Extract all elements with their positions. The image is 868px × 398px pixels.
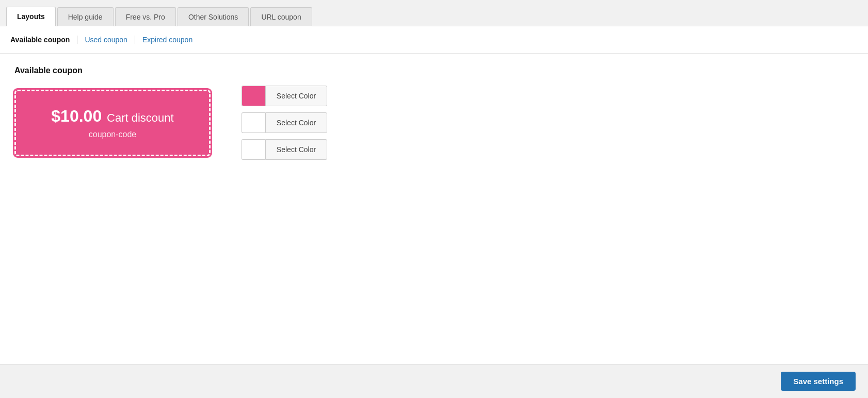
select-color-button-1[interactable]: Select Color (265, 86, 327, 106)
tab-layouts[interactable]: Layouts (6, 7, 56, 26)
tab-other-solutions[interactable]: Other Solutions (178, 7, 249, 26)
tab-free-vs-pro[interactable]: Free vs. Pro (115, 7, 176, 26)
coupon-amount: $10.00 (51, 107, 102, 125)
coupon-line1: $10.00 Cart discount (51, 107, 173, 126)
coupon-code: coupon-code (89, 130, 137, 139)
sub-tab-divider-1 (77, 36, 77, 44)
section-title: Available coupon (14, 66, 854, 75)
footer-bar: Save settings (0, 364, 868, 398)
coupon-preview: $10.00 Cart discount coupon-code (14, 90, 211, 156)
sub-tab-divider-2 (135, 36, 135, 44)
coupon-row: $10.00 Cart discount coupon-code Select … (14, 86, 854, 160)
sub-tabs-bar: Available coupon Used coupon Expired cou… (0, 26, 868, 54)
sub-tab-available-coupon[interactable]: Available coupon (10, 35, 70, 45)
color-picker-row-2: Select Color (242, 112, 327, 133)
color-picker-row-3: Select Color (242, 139, 327, 160)
save-settings-button[interactable]: Save settings (781, 372, 856, 391)
sub-tab-used-coupon[interactable]: Used coupon (85, 35, 127, 45)
color-swatch-2[interactable] (242, 112, 265, 133)
select-color-button-2[interactable]: Select Color (265, 112, 327, 133)
sub-tab-expired-coupon[interactable]: Expired coupon (142, 35, 192, 45)
select-color-button-3[interactable]: Select Color (265, 139, 327, 160)
tab-help-guide[interactable]: Help guide (57, 7, 114, 26)
color-swatch-3[interactable] (242, 139, 265, 160)
tab-url-coupon[interactable]: URL coupon (250, 7, 312, 26)
color-picker-row-1: Select Color (242, 86, 327, 106)
color-pickers: Select Color Select Color Select Color (242, 86, 327, 160)
color-swatch-1[interactable] (242, 86, 265, 106)
content-area: Available coupon Used coupon Expired cou… (0, 26, 868, 364)
main-content: Available coupon $10.00 Cart discount co… (0, 54, 868, 364)
page-wrapper: Layouts Help guide Free vs. Pro Other So… (0, 0, 868, 398)
coupon-description: Cart discount (107, 111, 174, 124)
tabs-bar: Layouts Help guide Free vs. Pro Other So… (0, 0, 868, 26)
